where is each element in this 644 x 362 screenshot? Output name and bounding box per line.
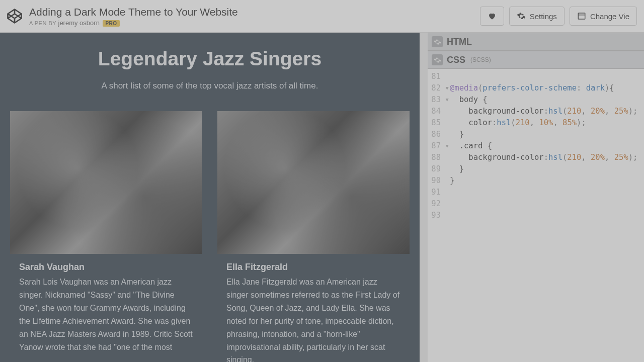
code-text: background-color:hsl(210, 20%, 25%);	[450, 152, 637, 163]
card: Ella Fitzgerald Ella Jane Fitzgerald was…	[217, 111, 410, 362]
heart-icon	[488, 12, 497, 21]
fold-toggle[interactable]	[445, 163, 450, 175]
code-text: @media(prefers-color-scheme: dark){	[450, 82, 614, 94]
heart-button[interactable]	[480, 7, 504, 26]
page-subtitle: A short list of some of the top vocal ja…	[10, 81, 410, 91]
code-text: background-color:hsl(210, 20%, 25%);	[450, 106, 637, 117]
line-number: 85	[428, 117, 445, 129]
layout-icon	[577, 12, 586, 21]
fold-toggle[interactable]	[445, 117, 450, 129]
code-line[interactable]: 82▾@media(prefers-color-scheme: dark){	[428, 82, 644, 94]
fold-toggle[interactable]	[445, 198, 450, 210]
card-name: Sarah Vaughan	[19, 262, 193, 273]
code-line[interactable]: 85 color:hsl(210, 10%, 85%);	[428, 117, 644, 129]
fold-toggle[interactable]	[445, 175, 450, 187]
change-view-button[interactable]: Change Vie	[570, 7, 637, 26]
preview-viewport[interactable]: Legendary Jazz Singers A short list of s…	[0, 33, 420, 362]
code-line[interactable]: 81	[428, 71, 644, 82]
fold-toggle[interactable]: ▾	[445, 94, 450, 106]
fold-toggle[interactable]	[445, 106, 450, 117]
code-text: }	[450, 129, 464, 140]
code-line[interactable]: 83▾ body {	[428, 94, 644, 106]
fold-toggle[interactable]	[445, 152, 450, 163]
card-desc: Ella Jane Fitzgerald was an American jaz…	[226, 276, 400, 362]
pen-meta: Adding a Dark Mode Theme to Your Website…	[29, 6, 473, 27]
card-image	[217, 111, 410, 254]
fold-toggle[interactable]	[445, 71, 450, 82]
pro-badge: PRO	[103, 20, 119, 27]
code-line[interactable]: 84 background-color:hsl(210, 20%, 25%);	[428, 106, 644, 117]
top-bar: Adding a Dark Mode Theme to Your Website…	[0, 0, 644, 33]
code-line[interactable]: 88 background-color:hsl(210, 20%, 25%);	[428, 152, 644, 163]
line-number: 88	[428, 152, 445, 163]
gear-icon	[434, 38, 441, 46]
card-image	[10, 111, 202, 254]
preview-pane: Legendary Jazz Singers A short list of s…	[0, 33, 428, 362]
preview-scrollbar[interactable]	[420, 33, 428, 362]
html-panel-label: HTML	[447, 37, 472, 47]
fold-toggle[interactable]: ▾	[445, 82, 450, 94]
code-line[interactable]: 89 }	[428, 163, 644, 175]
cards-row: Sarah Vaughan Sarah Lois Vaughan was an …	[10, 111, 410, 362]
css-panel-header[interactable]: CSS (SCSS)	[428, 51, 644, 69]
gear-icon	[517, 12, 526, 21]
author-link[interactable]: jeremy osborn	[58, 19, 100, 27]
settings-label: Settings	[530, 12, 557, 21]
pen-title: Adding a Dark Mode Theme to Your Website	[29, 6, 473, 18]
fold-toggle[interactable]	[445, 187, 450, 198]
css-panel-gear-button[interactable]	[432, 54, 443, 65]
editor-pane: HTML CSS (SCSS) 81 82▾@media(prefers-col…	[428, 33, 644, 362]
card-name: Ella Fitzgerald	[226, 262, 400, 273]
code-line[interactable]: 91	[428, 187, 644, 198]
code-line[interactable]: 87▾ .card {	[428, 140, 644, 152]
line-number: 93	[428, 210, 445, 221]
line-number: 86	[428, 129, 445, 140]
fold-toggle[interactable]	[445, 129, 450, 140]
fold-toggle[interactable]	[445, 210, 450, 221]
codepen-logo-icon[interactable]	[7, 9, 22, 24]
css-panel-label: CSS	[447, 55, 465, 65]
code-text: color:hsl(210, 10%, 85%);	[450, 117, 586, 129]
change-view-label: Change Vie	[590, 12, 629, 21]
html-panel-gear-button[interactable]	[432, 36, 443, 47]
top-actions: Settings Change Vie	[480, 7, 637, 26]
byline-prefix: A PEN BY	[29, 20, 58, 26]
code-text: }	[450, 163, 464, 175]
pen-byline: A PEN BY jeremy osborn PRO	[29, 19, 473, 27]
code-line[interactable]: 93	[428, 210, 644, 221]
line-number: 82	[428, 82, 445, 94]
line-number: 81	[428, 71, 445, 82]
line-number: 89	[428, 163, 445, 175]
css-code-editor[interactable]: 81 82▾@media(prefers-color-scheme: dark)…	[428, 69, 644, 362]
line-number: 92	[428, 198, 445, 210]
code-line[interactable]: 90 }	[428, 175, 644, 187]
svg-rect-0	[578, 13, 585, 19]
line-number: 91	[428, 187, 445, 198]
code-text: body {	[450, 94, 488, 106]
card: Sarah Vaughan Sarah Lois Vaughan was an …	[10, 111, 202, 362]
settings-button[interactable]: Settings	[509, 7, 565, 26]
main-area: Legendary Jazz Singers A short list of s…	[0, 33, 644, 362]
code-text: .card {	[450, 140, 492, 152]
html-panel-header[interactable]: HTML	[428, 33, 644, 51]
css-panel-sublabel: (SCSS)	[470, 56, 491, 63]
code-text: }	[450, 175, 454, 187]
gear-icon	[434, 56, 441, 64]
line-number: 87	[428, 140, 445, 152]
line-number: 90	[428, 175, 445, 187]
code-line[interactable]: 92	[428, 198, 644, 210]
card-desc: Sarah Lois Vaughan was an American jazz …	[19, 276, 193, 353]
code-line[interactable]: 86 }	[428, 129, 644, 140]
fold-toggle[interactable]: ▾	[445, 140, 450, 152]
page-title: Legendary Jazz Singers	[10, 48, 410, 70]
line-number: 84	[428, 106, 445, 117]
line-number: 83	[428, 94, 445, 106]
